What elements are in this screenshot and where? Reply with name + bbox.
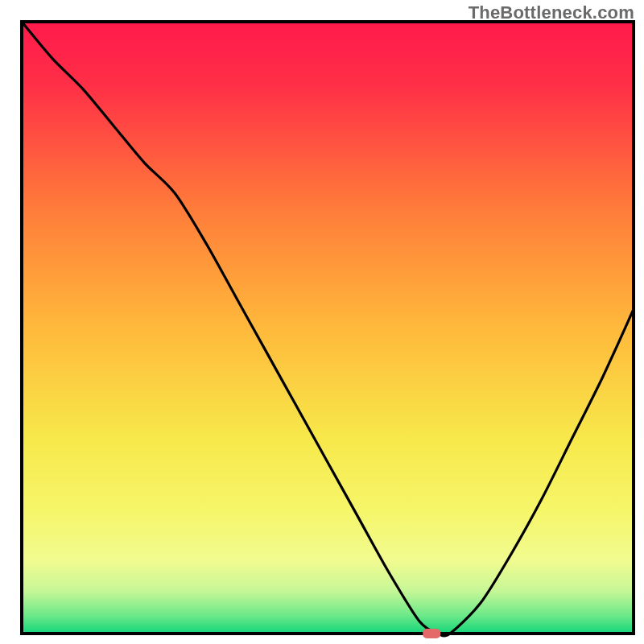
plot-background: [22, 22, 634, 634]
chart-container: TheBottleneck.com: [0, 0, 644, 644]
optimal-marker: [423, 629, 440, 638]
watermark-text: TheBottleneck.com: [469, 2, 634, 23]
bottleneck-chart: [0, 0, 644, 644]
